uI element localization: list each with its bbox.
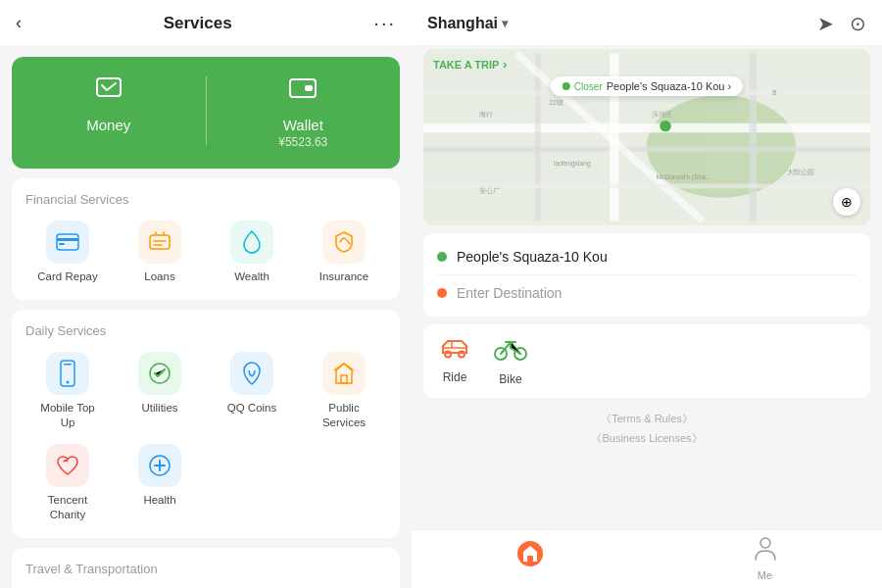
tencent-charity-label: TencentCharity xyxy=(48,493,87,522)
svg-point-9 xyxy=(67,380,70,383)
svg-rect-3 xyxy=(57,234,78,250)
financial-services-title: Financial Services xyxy=(22,192,390,207)
nav-me-button[interactable]: Me xyxy=(752,534,779,581)
bike-icon xyxy=(494,336,527,368)
svg-point-46 xyxy=(760,538,770,548)
more-button[interactable]: ··· xyxy=(373,12,396,34)
popup-location: People's Squaza-10 Kou › xyxy=(607,80,731,92)
popup-dot xyxy=(563,82,570,90)
ride-label: Ride xyxy=(443,370,467,384)
page-title: Services xyxy=(164,14,232,33)
utilities-button[interactable]: Utilities xyxy=(114,352,206,430)
svg-text:22镇: 22镇 xyxy=(549,99,563,107)
svg-text:laofengxiang: laofengxiang xyxy=(554,160,591,168)
city-name: Shanghai xyxy=(427,15,498,32)
card-repay-label: Card Repay xyxy=(37,270,97,284)
travel-title: Travel & Transportation xyxy=(22,562,390,576)
back-button[interactable]: ‹ xyxy=(16,13,22,33)
svg-rect-2 xyxy=(305,85,313,91)
wallet-label: Wallet xyxy=(283,117,323,133)
wealth-button[interactable]: Wealth xyxy=(206,220,298,284)
city-arrow-icon: ▾ xyxy=(502,17,508,30)
svg-point-39 xyxy=(660,121,670,131)
green-card: Money Wallet ¥5523.63 xyxy=(12,57,400,169)
daily-services-section: Daily Services Mobile TopUp Utilities xyxy=(12,310,400,538)
svg-point-41 xyxy=(459,352,465,358)
origin-dot xyxy=(437,252,447,262)
me-nav-icon xyxy=(752,534,779,567)
origin-text: People's Squaza-10 Kou xyxy=(457,249,608,265)
svg-rect-6 xyxy=(150,235,170,249)
crosshair-button[interactable]: ⊕ xyxy=(833,188,860,216)
qq-coins-button[interactable]: QQ Coins xyxy=(206,352,298,430)
ride-icon xyxy=(439,336,470,367)
qq-coins-icon xyxy=(230,352,273,395)
daily-services-title: Daily Services xyxy=(22,323,390,338)
ride-button[interactable]: Ride xyxy=(439,336,470,386)
origin-row: People's Squaza-10 Kou xyxy=(437,243,857,270)
svg-text:安心广: 安心广 xyxy=(479,187,500,194)
svg-rect-11 xyxy=(341,375,347,383)
target-icon[interactable]: ⊙ xyxy=(850,12,866,35)
header-icons: ➤ ⊙ xyxy=(817,12,866,35)
public-services-button[interactable]: PublicServices xyxy=(298,352,390,430)
utilities-icon xyxy=(138,352,181,395)
destination-text[interactable]: Enter Destination xyxy=(457,285,562,301)
insurance-label: Insurance xyxy=(319,270,369,284)
wealth-label: Wealth xyxy=(234,270,270,284)
map-container[interactable]: 海行 22镇 滨河区 B laofengxiang McDonald's (Sh… xyxy=(423,49,870,225)
financial-services-section: Financial Services Card Repay Loans xyxy=(12,178,400,300)
public-services-icon xyxy=(322,352,366,395)
bike-label: Bike xyxy=(499,372,521,386)
destination-dot xyxy=(437,288,447,298)
svg-rect-45 xyxy=(527,556,533,562)
location-popup[interactable]: Closer People's Squaza-10 Kou › xyxy=(551,76,743,96)
svg-rect-26 xyxy=(750,54,758,221)
transport-options: Ride Bike xyxy=(423,324,870,398)
mobile-topup-icon xyxy=(46,352,89,395)
health-icon xyxy=(138,444,181,487)
destination-row[interactable]: Enter Destination xyxy=(437,279,857,307)
health-label: Health xyxy=(143,493,175,508)
left-panel: ‹ Services ··· Money Wallet ¥5523.63 xyxy=(0,0,412,588)
svg-text:大院公园: 大院公园 xyxy=(787,169,814,175)
tencent-charity-button[interactable]: TencentCharity xyxy=(22,444,114,522)
svg-text:海行: 海行 xyxy=(479,111,493,118)
mobile-topup-button[interactable]: Mobile TopUp xyxy=(22,352,114,430)
health-button[interactable]: Health xyxy=(114,444,206,522)
closer-label: Closer xyxy=(574,81,603,92)
loans-label: Loans xyxy=(144,270,174,284)
terms-line2[interactable]: 《Business Licenses》 xyxy=(412,429,882,449)
svg-text:McDonald's (Sha...: McDonald's (Sha... xyxy=(657,173,711,181)
svg-rect-4 xyxy=(57,238,78,241)
home-nav-icon xyxy=(515,539,545,575)
loans-button[interactable]: Loans xyxy=(114,220,206,284)
terms-area: 《Terms & Rules》 《Business Licenses》 xyxy=(412,406,882,457)
utilities-label: Utilities xyxy=(141,401,177,416)
insurance-button[interactable]: Insurance xyxy=(298,220,390,284)
wallet-amount: ¥5523.63 xyxy=(278,135,327,149)
financial-services-grid: Card Repay Loans Wealth In xyxy=(22,220,390,284)
terms-line1[interactable]: 《Terms & Rules》 xyxy=(412,410,882,429)
money-label: Money xyxy=(86,117,130,133)
wallet-button[interactable]: Wallet ¥5523.63 xyxy=(207,73,401,149)
money-icon xyxy=(93,73,124,111)
right-header: Shanghai ▾ ➤ ⊙ xyxy=(412,0,882,45)
me-nav-label: Me xyxy=(758,569,772,581)
city-selector[interactable]: Shanghai ▾ xyxy=(427,15,508,32)
svg-text:B: B xyxy=(772,89,777,96)
qq-coins-label: QQ Coins xyxy=(227,401,277,416)
travel-section: Travel & Transportation Mobility Rail & … xyxy=(12,548,400,588)
svg-text:滨河区: 滨河区 xyxy=(652,111,672,119)
nav-home-button[interactable] xyxy=(515,539,545,575)
wallet-icon xyxy=(287,73,318,111)
svg-rect-23 xyxy=(423,123,870,133)
wealth-icon xyxy=(230,220,273,264)
bike-button[interactable]: Bike xyxy=(494,336,527,386)
svg-point-40 xyxy=(445,352,451,358)
money-button[interactable]: Money xyxy=(12,73,206,149)
public-services-label: PublicServices xyxy=(322,401,366,430)
card-repay-button[interactable]: Card Repay xyxy=(22,220,114,284)
svg-rect-8 xyxy=(64,364,72,366)
navigation-icon[interactable]: ➤ xyxy=(817,12,834,35)
